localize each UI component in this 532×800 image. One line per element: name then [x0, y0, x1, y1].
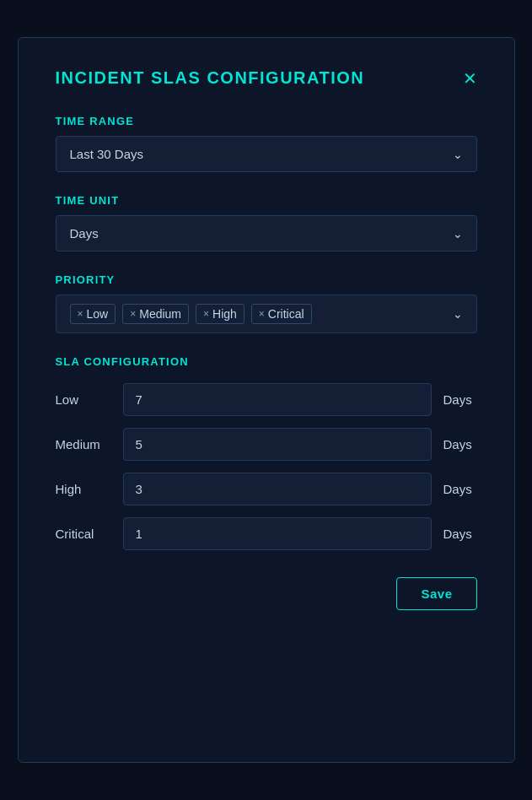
priority-tag-critical-remove[interactable]: ×	[259, 308, 265, 320]
sla-row-high: High Days	[56, 473, 477, 505]
sla-row-low: Low Days	[56, 383, 477, 416]
sla-unit-low: Days	[443, 392, 477, 407]
time-unit-selected: Days	[70, 226, 99, 241]
priority-tag-low-remove[interactable]: ×	[78, 308, 83, 320]
priority-dropdown[interactable]: × Low × Medium × High × Critical ⌄	[56, 295, 477, 333]
sla-unit-medium: Days	[443, 437, 477, 451]
close-button[interactable]: ✕	[463, 70, 477, 87]
priority-tag-critical: × Critical	[251, 304, 312, 324]
time-unit-label: TIME UNIT	[56, 194, 477, 207]
priority-tag-low-label: Low	[87, 307, 109, 321]
sla-label-critical: Critical	[56, 527, 123, 541]
sla-label-high: High	[56, 482, 123, 496]
time-range-section: TIME RANGE Last 30 Days ⌄	[56, 115, 477, 172]
priority-section: PRIORITY × Low × Medium × High × Critica…	[56, 273, 477, 333]
time-range-selected: Last 30 Days	[70, 147, 144, 161]
modal-footer: Save	[56, 577, 477, 610]
modal-header: INCIDENT SLAS CONFIGURATION ✕	[56, 68, 477, 88]
priority-tag-high-label: High	[212, 307, 237, 321]
priority-tag-low: × Low	[70, 304, 116, 324]
priority-label: PRIORITY	[56, 273, 477, 286]
time-range-dropdown[interactable]: Last 30 Days ⌄	[56, 136, 477, 172]
time-range-chevron-icon: ⌄	[453, 148, 463, 161]
priority-tag-critical-label: Critical	[268, 307, 304, 321]
priority-tag-medium: × Medium	[122, 304, 189, 324]
sla-input-medium[interactable]	[123, 428, 432, 461]
priority-tag-high-remove[interactable]: ×	[203, 308, 209, 320]
sla-config-section: SLA CONFIGURATION Low Days Medium Days H…	[56, 355, 477, 550]
time-range-label: TIME RANGE	[56, 115, 477, 127]
sla-unit-critical: Days	[443, 527, 477, 541]
sla-row-critical: Critical Days	[56, 517, 477, 550]
priority-tag-medium-label: Medium	[139, 307, 181, 321]
sla-config-label: SLA CONFIGURATION	[56, 355, 477, 368]
save-button[interactable]: Save	[396, 577, 476, 610]
sla-input-critical[interactable]	[123, 517, 432, 550]
sla-unit-high: Days	[443, 482, 477, 496]
sla-label-low: Low	[56, 392, 123, 407]
priority-tag-medium-remove[interactable]: ×	[130, 308, 136, 320]
incident-slas-modal: INCIDENT SLAS CONFIGURATION ✕ TIME RANGE…	[18, 37, 515, 763]
priority-chevron-icon: ⌄	[453, 307, 463, 321]
time-unit-chevron-icon: ⌄	[453, 227, 463, 241]
sla-label-medium: Medium	[56, 437, 123, 451]
sla-input-low[interactable]	[123, 383, 432, 416]
priority-tag-high: × High	[196, 304, 245, 324]
time-unit-dropdown[interactable]: Days ⌄	[56, 215, 477, 251]
sla-input-high[interactable]	[123, 473, 432, 505]
time-unit-section: TIME UNIT Days ⌄	[56, 194, 477, 251]
modal-title: INCIDENT SLAS CONFIGURATION	[56, 68, 365, 88]
sla-row-medium: Medium Days	[56, 428, 477, 461]
